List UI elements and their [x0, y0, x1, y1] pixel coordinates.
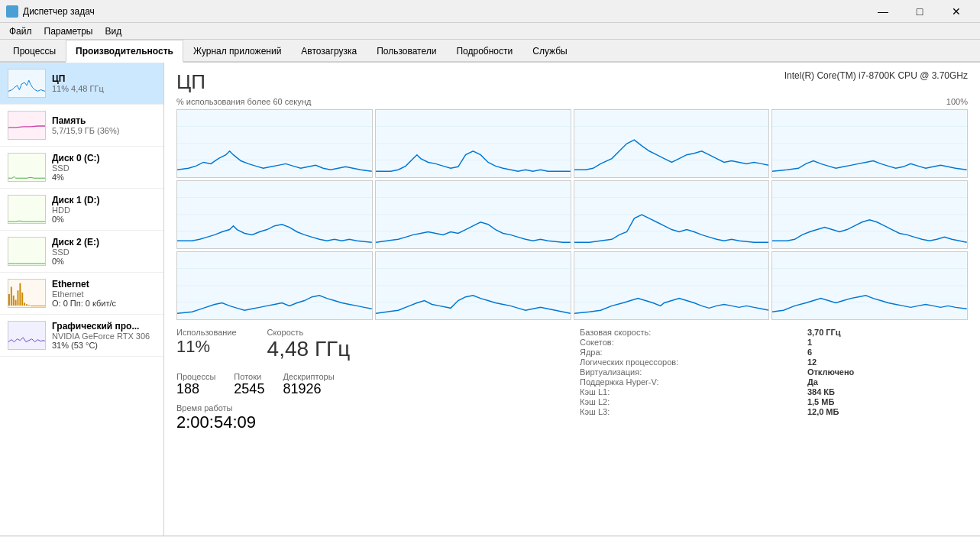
- l2-value: 1,5 МБ: [807, 397, 968, 406]
- cpu-chart-1: [375, 109, 571, 178]
- tab-services[interactable]: Службы: [522, 40, 577, 61]
- svg-rect-17: [8, 322, 45, 349]
- logical-value: 12: [807, 357, 968, 367]
- ethernet-thumb-chart: [8, 280, 45, 307]
- cpu-thumbnail: [8, 69, 46, 98]
- title-bar-title: Диспетчер задач: [23, 6, 95, 17]
- sockets-value: 1: [807, 338, 968, 347]
- menu-bar: Файл Параметры Вид: [0, 23, 980, 40]
- stats-area: Использование 11% Скорость 4,48 ГГц Проц…: [176, 328, 968, 432]
- svg-rect-10: [18, 290, 19, 306]
- menu-view[interactable]: Вид: [99, 24, 128, 38]
- cpu-chart-7: [771, 180, 968, 249]
- cpu-chart-11: [771, 251, 968, 320]
- ethernet-sidebar-info: Ethernet Ethernet О: 0 Пп: 0 кбит/с: [52, 279, 156, 308]
- cpu-charts-grid: [176, 109, 968, 320]
- sidebar-item-gpu[interactable]: Графический про... NVIDIA GeForce RTX 30…: [0, 315, 163, 357]
- sidebar-item-disk0[interactable]: Диск 0 (C:) SSD 4%: [0, 147, 163, 189]
- sidebar-item-cpu[interactable]: ЦП 11% 4,48 ГГц: [0, 63, 163, 105]
- disk2-sidebar-val: 0%: [52, 257, 156, 266]
- cpu-sidebar-info: ЦП 11% 4,48 ГГц: [52, 73, 156, 93]
- tab-startup[interactable]: Автозагрузка: [291, 40, 367, 61]
- chart-max-label: 100%: [946, 97, 968, 106]
- sidebar-item-disk2[interactable]: Диск 2 (E:) SSD 0%: [0, 231, 163, 273]
- menu-file[interactable]: Файл: [3, 24, 38, 38]
- cpu-sidebar-name: ЦП: [52, 73, 156, 84]
- tab-app-history[interactable]: Журнал приложений: [183, 40, 291, 61]
- disk1-sidebar-info: Диск 1 (D:) HDD 0%: [52, 195, 156, 224]
- svg-rect-3: [8, 196, 45, 223]
- disk0-sidebar-val: 4%: [52, 173, 156, 182]
- cores-value: 6: [807, 348, 968, 357]
- title-bar-controls: — □ ✕: [865, 0, 974, 23]
- close-button[interactable]: ✕: [939, 0, 974, 23]
- disk0-sidebar-info: Диск 0 (C:) SSD 4%: [52, 153, 156, 182]
- title-bar-left: Диспетчер задач: [6, 5, 95, 18]
- processes-value: 188: [176, 381, 215, 397]
- cores-label: Ядра:: [580, 348, 792, 357]
- usage-block: Использование 11%: [176, 328, 237, 361]
- task-manager-icon: [6, 5, 18, 18]
- memory-thumbnail: [8, 111, 46, 140]
- svg-rect-15: [28, 305, 30, 306]
- l1-value: 384 КБ: [807, 387, 968, 396]
- cpu-thumb-chart: [8, 70, 45, 97]
- gpu-sidebar-val: 31% (53 °C): [52, 341, 156, 350]
- disk1-thumbnail: [8, 195, 46, 224]
- disk1-sidebar-val: 0%: [52, 215, 156, 224]
- disk1-thumb-chart: [8, 196, 45, 223]
- cpu-chart-9: [375, 251, 571, 320]
- svg-rect-16: [31, 306, 45, 306]
- base-speed-value: 3,70 ГГц: [807, 328, 968, 337]
- ethernet-sidebar-val: О: 0 Пп: 0 кбит/с: [52, 299, 156, 308]
- speed-value: 4,48 ГГц: [267, 337, 351, 361]
- cpu-model-label: Intel(R) Core(TM) i7-8700K CPU @ 3.70GHz: [784, 70, 968, 81]
- tab-users[interactable]: Пользователи: [367, 40, 446, 61]
- svg-rect-4: [8, 238, 45, 265]
- disk2-sidebar-name: Диск 2 (E:): [52, 237, 156, 247]
- tab-details[interactable]: Подробности: [446, 40, 522, 61]
- gpu-sidebar-name: Графический про...: [52, 321, 156, 332]
- disk2-sidebar-info: Диск 2 (E:) SSD 0%: [52, 237, 156, 266]
- threads-block: Потоки 2545: [234, 372, 264, 397]
- tab-processes[interactable]: Процессы: [3, 40, 66, 61]
- descriptors-value: 81926: [283, 381, 334, 397]
- disk2-thumb-chart: [8, 238, 45, 265]
- disk0-sidebar-name: Диск 0 (C:): [52, 153, 156, 163]
- uptime-block: Время работы 2:00:54:09: [176, 403, 564, 432]
- chart-label-row: % использования более 60 секунд 100%: [176, 97, 968, 106]
- content-area: ЦП Intel(R) Core(TM) i7-8700K CPU @ 3.70…: [164, 63, 980, 535]
- svg-rect-7: [11, 286, 12, 306]
- l1-label: Кэш L1:: [580, 387, 792, 396]
- memory-thumb-chart: [8, 112, 45, 139]
- svg-rect-9: [15, 300, 17, 306]
- svg-rect-6: [8, 294, 10, 306]
- logical-label: Логических процессоров:: [580, 357, 792, 367]
- main-area: ЦП 11% 4,48 ГГц Память 5,7/15,9 ГБ (36%): [0, 63, 980, 535]
- sidebar: ЦП 11% 4,48 ГГц Память 5,7/15,9 ГБ (36%): [0, 63, 164, 535]
- maximize-button[interactable]: □: [902, 0, 937, 23]
- cpu-chart-10: [574, 251, 770, 320]
- gpu-sidebar-info: Графический про... NVIDIA GeForce RTX 30…: [52, 321, 156, 350]
- memory-sidebar-sub: 5,7/15,9 ГБ (36%): [52, 126, 156, 135]
- usage-label: Использование: [176, 328, 237, 337]
- speed-label: Скорость: [267, 328, 351, 337]
- gpu-thumb-chart: [8, 322, 45, 349]
- tab-performance[interactable]: Производительность: [66, 40, 183, 63]
- sidebar-item-ethernet[interactable]: Ethernet Ethernet О: 0 Пп: 0 кбит/с: [0, 273, 163, 315]
- threads-label: Потоки: [234, 372, 264, 381]
- speed-block: Скорость 4,48 ГГц: [267, 328, 351, 361]
- sidebar-item-disk1[interactable]: Диск 1 (D:) HDD 0%: [0, 189, 163, 231]
- stats-left: Использование 11% Скорость 4,48 ГГц Проц…: [176, 328, 564, 432]
- hyper-label: Поддержка Hyper-V:: [580, 377, 792, 387]
- cpu-sidebar-sub: 11% 4,48 ГГц: [52, 84, 156, 93]
- minimize-button[interactable]: —: [865, 0, 901, 23]
- uptime-value: 2:00:54:09: [176, 412, 564, 432]
- sidebar-item-memory[interactable]: Память 5,7/15,9 ГБ (36%): [0, 105, 163, 147]
- stats-right: Базовая скорость: 3,70 ГГц Сокетов: 1 Яд…: [564, 328, 968, 432]
- gpu-sidebar-sub: NVIDIA GeForce RTX 306: [52, 332, 156, 341]
- svg-rect-11: [19, 283, 21, 306]
- disk1-sidebar-sub: HDD: [52, 205, 156, 215]
- disk0-thumb-chart: [8, 154, 45, 181]
- menu-settings[interactable]: Параметры: [38, 24, 99, 38]
